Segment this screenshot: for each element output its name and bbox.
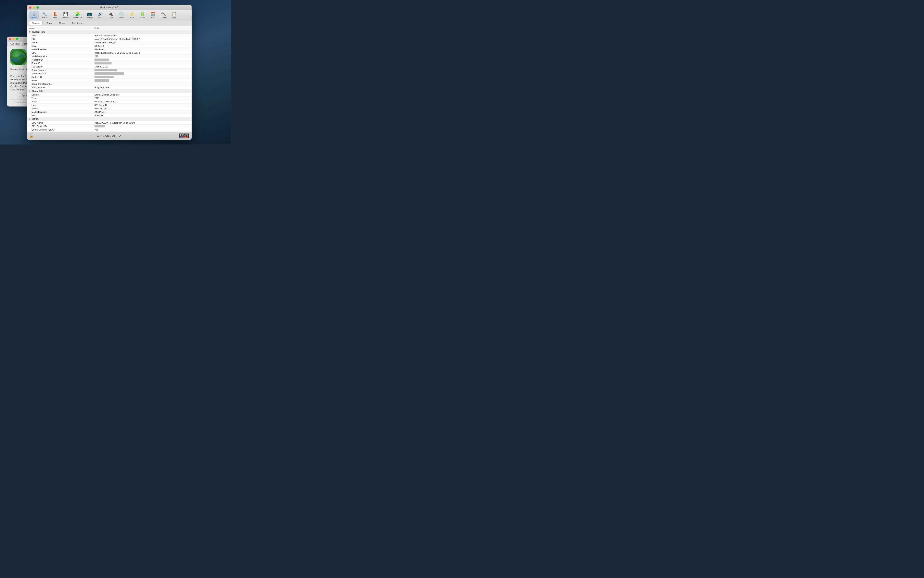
row-ram: RAM 64.00 GB bbox=[27, 44, 191, 48]
row-week: Week 04.09.2021-04.15.2021 bbox=[27, 100, 191, 104]
utilities-icon: 🔨 bbox=[161, 12, 166, 16]
toolbar-sound[interactable]: 🔊 Sound bbox=[96, 11, 105, 19]
row-board-id: Board ID ██████ ██ ██ bbox=[27, 62, 191, 65]
row-valid: Valid Possibly bbox=[27, 114, 191, 117]
utilities-label: Utilities bbox=[161, 16, 167, 18]
boot-label: Boot bbox=[53, 16, 57, 18]
col-name: Name bbox=[27, 26, 93, 30]
logs-icon: 📋 bbox=[172, 12, 177, 16]
dot-blue bbox=[180, 136, 182, 138]
extensions-label: Extensions bbox=[73, 16, 82, 18]
row-model-identifier-serial: Model Identifier iMacPro1,1 bbox=[27, 110, 191, 114]
toolbar-system[interactable]: 🖥 System bbox=[29, 11, 39, 19]
tab-model[interactable]: Model bbox=[56, 21, 68, 25]
extensions-icon: 🧩 bbox=[75, 12, 80, 16]
maximize-button[interactable] bbox=[16, 37, 18, 40]
main-close-button[interactable] bbox=[29, 6, 31, 9]
app-title: Hackintool v3.8.7 bbox=[100, 6, 118, 9]
logs-label: Logs bbox=[172, 16, 176, 18]
usb-icon: 🔌 bbox=[108, 12, 113, 16]
toolbar-logs[interactable]: 📋 Logs bbox=[169, 11, 179, 19]
donate-label: DONATE bbox=[180, 134, 188, 136]
footer-icon-3[interactable]: ↗ bbox=[118, 134, 122, 138]
row-gpu-device-id: GPU Device ID ██ ████ bbox=[27, 125, 191, 128]
power-icon: 🔋 bbox=[140, 12, 145, 16]
footer-icon-1[interactable]: ≡ bbox=[97, 134, 99, 138]
toolbar-pcie[interactable]: ⚡ PCIe bbox=[127, 11, 137, 19]
row-cpu: CPU Intel(R) Xeon(R) CPU E5-2697 v3 @ 2.… bbox=[27, 51, 191, 55]
toolbar: 🖥 System 🔧 Patch 👢 Boot 💾 NVRAM 🧩 Extens… bbox=[27, 10, 191, 20]
toolbar-extensions[interactable]: 🧩 Extensions bbox=[71, 11, 84, 19]
main-content: Name Value ▼ System Info Host Bertons-iM… bbox=[27, 26, 191, 132]
disks-label: Disks bbox=[119, 16, 124, 18]
sound-label: Sound bbox=[98, 16, 103, 18]
donate-dots bbox=[180, 136, 188, 138]
row-vda-decoder: VDA Decoder Fully Supported bbox=[27, 86, 191, 89]
hackintool-window: Hackintool v3.8.7 🖥 System 🔧 Patch 👢 Boo… bbox=[27, 5, 191, 140]
dot-red bbox=[182, 136, 184, 138]
toolbar-boot[interactable]: 👢 Boot bbox=[50, 11, 60, 19]
toolbar-patch[interactable]: 🔧 Patch bbox=[40, 11, 49, 19]
row-board-serial: Board Serial Number bbox=[27, 82, 191, 86]
patch-icon: 🔧 bbox=[42, 12, 47, 16]
tab-serial[interactable]: Serial bbox=[44, 21, 55, 25]
row-model-identifier: Model Identifier iMacPro1,1 bbox=[27, 48, 191, 51]
row-quartz-extreme: Quartz Extreme (QE/CI) Yes bbox=[27, 128, 191, 132]
row-gpu-name: GPU Name Vega 10 XL/XT [Radeon RX Vega 5… bbox=[27, 121, 191, 125]
macos-icon bbox=[10, 49, 27, 65]
row-rom: ROM ██ ██ ██ ██ bbox=[27, 79, 191, 82]
col-value: Value bbox=[93, 26, 191, 30]
power-label: Power bbox=[140, 16, 145, 18]
row-serial-number: Serial Number ███ ██ ████ ████ bbox=[27, 68, 191, 72]
row-fw-version: FW Version 1715.81.2.0.0 bbox=[27, 65, 191, 68]
dot-pink bbox=[186, 136, 188, 138]
row-system-id: System ID ████████████ bbox=[27, 75, 191, 79]
svg-point-1 bbox=[12, 58, 18, 62]
minimize-button[interactable] bbox=[12, 37, 15, 40]
row-year: Year 2021 bbox=[27, 97, 191, 100]
footer-brand: HEADSOFT bbox=[101, 134, 118, 137]
system-label: System bbox=[31, 16, 37, 18]
toolbar-nvram[interactable]: 💾 NVRAM bbox=[61, 11, 71, 19]
usb-label: USB bbox=[109, 16, 113, 18]
sound-icon: 🔊 bbox=[98, 12, 103, 16]
row-platform-id: Platform ID ██ ██ ██ ██ bbox=[27, 58, 191, 62]
toolbar-usb[interactable]: 🔌 USB bbox=[106, 11, 116, 19]
system-icon: 🖥 bbox=[32, 12, 36, 16]
row-country: Country China (Quanta Computer) bbox=[27, 93, 191, 97]
toolbar-displays[interactable]: 📺 Displays bbox=[84, 11, 95, 19]
calc-label: Calc bbox=[151, 16, 155, 18]
donate-badge[interactable]: DONATE bbox=[179, 133, 189, 138]
dot-orange bbox=[184, 136, 186, 138]
row-os: OS macOS Big Sur Version 11.6.5 (Build 2… bbox=[27, 37, 191, 41]
toolbar-calc[interactable]: 🧮 Calc bbox=[148, 11, 158, 19]
tab-overview[interactable]: Overview bbox=[8, 42, 22, 45]
main-maximize-button[interactable] bbox=[36, 6, 39, 9]
pcie-label: PCIe bbox=[130, 16, 134, 18]
toolbar-power[interactable]: 🔋 Power bbox=[138, 11, 148, 19]
displays-label: Displays bbox=[86, 16, 93, 18]
lock-icon: 🔒 bbox=[29, 134, 34, 138]
calc-icon: 🧮 bbox=[151, 12, 156, 16]
nvram-icon: 💾 bbox=[63, 12, 68, 16]
row-kernel: Kernel Darwin 20.6.0 x86_64 bbox=[27, 41, 191, 44]
displays-icon: 📺 bbox=[87, 12, 92, 16]
tab-system[interactable]: System bbox=[29, 21, 43, 25]
toolbar-utilities[interactable]: 🔨 Utilities bbox=[159, 11, 169, 19]
tab-peripherals[interactable]: Peripherals bbox=[69, 21, 86, 25]
row-intel-gen: Intel Generation ??? bbox=[27, 55, 191, 58]
close-button[interactable] bbox=[9, 37, 11, 40]
boot-icon: 👢 bbox=[53, 12, 58, 16]
patch-label: Patch bbox=[42, 16, 47, 18]
row-model: Model iMac Pro (2017) bbox=[27, 107, 191, 110]
nvram-label: NVRAM bbox=[62, 16, 69, 18]
section-gfxo: ▼ GFXO bbox=[27, 117, 191, 121]
row-host: Host Bertons-iMac-Pro.local bbox=[27, 34, 191, 37]
disks-icon: 💿 bbox=[119, 12, 124, 16]
row-line: Line 823 (copy 1) bbox=[27, 104, 191, 107]
pcie-icon: ⚡ bbox=[130, 12, 135, 16]
footer-bar: 🔒 ≡ ⊞ ↗ HEADSOFT DONATE bbox=[27, 132, 191, 140]
main-titlebar: Hackintool v3.8.7 bbox=[27, 5, 191, 10]
main-minimize-button[interactable] bbox=[33, 6, 35, 9]
toolbar-disks[interactable]: 💿 Disks bbox=[117, 11, 126, 19]
